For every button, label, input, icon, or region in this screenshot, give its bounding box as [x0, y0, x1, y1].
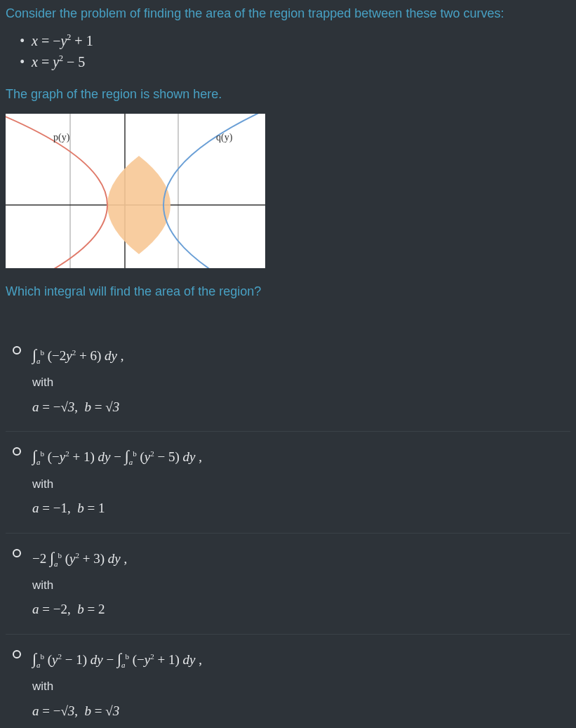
graph: p(y) q(y) [6, 114, 265, 268]
curve-equations: x = −y2 + 1 x = y2 − 5 [6, 30, 570, 72]
option-2-with: with [32, 475, 570, 494]
option-1-bounds: a = −√3, b = √3 [32, 397, 570, 418]
radio-icon [13, 346, 21, 355]
option-2-bounds: a = −1, b = 1 [32, 498, 570, 519]
radio-icon [13, 549, 21, 557]
option-2-integral: ∫ab (−y2 + 1) dy − ∫ab (y2 − 5) dy , [32, 444, 570, 468]
question-text: Which integral will find the area of the… [6, 282, 570, 301]
option-2[interactable]: ∫ab (−y2 + 1) dy − ∫ab (y2 − 5) dy , wit… [13, 444, 570, 518]
radio-icon [13, 650, 21, 658]
option-3-bounds: a = −2, b = 2 [32, 600, 570, 620]
curve-2: x = y2 − 5 [20, 51, 570, 72]
divider [6, 533, 570, 534]
option-4-with: with [32, 677, 570, 696]
option-1[interactable]: ∫ab (−2y2 + 6) dy , with a = −√3, b = √3 [13, 343, 570, 417]
option-3-integral: −2 ∫ab (y2 + 3) dy , [32, 546, 570, 569]
option-1-with: with [32, 373, 570, 392]
divider [6, 431, 570, 432]
graph-caption: The graph of the region is shown here. [6, 85, 570, 104]
option-4[interactable]: ∫ab (y2 − 1) dy − ∫ab (−y2 + 1) dy , wit… [13, 647, 570, 721]
divider [6, 634, 570, 635]
option-3[interactable]: −2 ∫ab (y2 + 3) dy , with a = −2, b = 2 [13, 546, 570, 620]
graph-label-q: q(y) [216, 132, 233, 143]
graph-label-p: p(y) [53, 132, 70, 143]
option-4-integral: ∫ab (y2 − 1) dy − ∫ab (−y2 + 1) dy , [32, 647, 570, 670]
answer-options: ∫ab (−2y2 + 6) dy , with a = −√3, b = √3… [6, 343, 570, 721]
option-1-integral: ∫ab (−2y2 + 6) dy , [32, 343, 570, 366]
option-4-bounds: a = −√3, b = √3 [32, 701, 570, 722]
radio-icon [13, 447, 21, 456]
option-3-with: with [32, 576, 570, 595]
curve-1: x = −y2 + 1 [20, 30, 570, 51]
intro-text: Consider the problem of finding the area… [6, 4, 570, 23]
